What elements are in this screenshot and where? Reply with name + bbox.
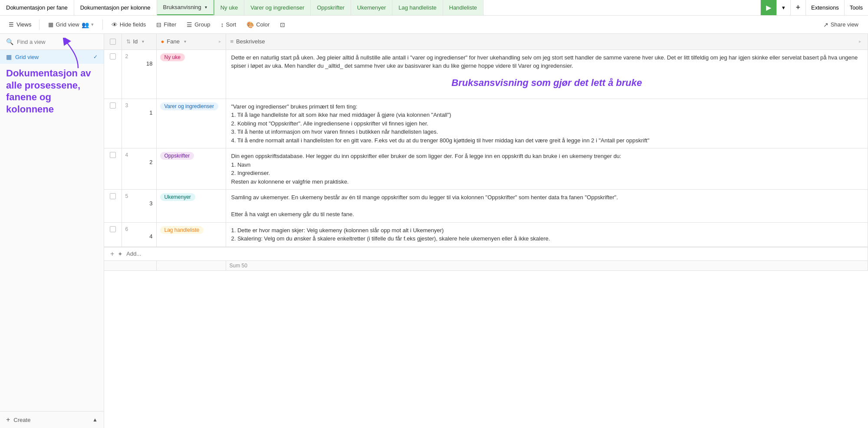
annotation-area: Dokumentasjon av alle prosessene, fanene… (0, 64, 104, 119)
row-checkbox[interactable] (110, 102, 116, 109)
filter-button[interactable]: ⊟ Filter (152, 19, 181, 30)
fane-col-expand-icon: ▸ (219, 39, 221, 44)
top-nav-right: ▶ ▾ + Extensions Tools (760, 0, 868, 15)
toolbar-divider-2 (102, 20, 103, 30)
chevron-up-icon: ▲ (92, 417, 98, 423)
main-layout: 🔍 ▦ Grid view ✓ Dokumentasjon av alle pr… (0, 34, 868, 428)
th-checkbox[interactable] (104, 34, 122, 49)
th-fane[interactable]: ● Fane ▾ ▸ (156, 34, 226, 49)
eye-icon: 👁 (112, 21, 118, 28)
sort-icon: ↕ (220, 21, 224, 28)
row-checkbox[interactable] (110, 193, 116, 199)
share-view-button[interactable]: ↗ Share view (819, 19, 863, 30)
nav-expand-button[interactable]: ▾ (776, 0, 790, 15)
tab-oppskrifter[interactable]: Oppskrifter (311, 0, 351, 15)
tab-varer-ingredienser[interactable]: Varer og ingredienser (244, 0, 311, 15)
toolbar: ☰ Views ▦ Grid view 👥 ▾ 👁 Hide fields ⊟ … (0, 16, 868, 34)
search-icon: 🔍 (6, 38, 13, 45)
expand-row-button[interactable]: ⊡ (276, 19, 289, 30)
tab-ukemenyer[interactable]: Ukemenyer (351, 0, 392, 15)
th-beskrivelse[interactable]: ≡ Beskrivelse ▸ (226, 34, 868, 49)
cell-fane-row5[interactable]: Ukemenyer (156, 190, 226, 223)
share-icon: ↗ (823, 21, 829, 28)
cell-beskrivelse-row4: Din egen oppskriftsdatabase. Her legger … (226, 148, 868, 190)
tab-lag-handleliste[interactable]: Lag handleliste (392, 0, 443, 15)
tab-ny-uke[interactable]: Ny uke (214, 0, 244, 15)
grid-area: ⇅ Id ▾ ● Fane ▾ ▸ (104, 34, 868, 428)
row-checkbox[interactable] (110, 53, 116, 59)
create-icon: + (6, 416, 10, 424)
bruksanvisning-heading: Bruksansvisning som gjør det lett å bruk… (231, 70, 863, 95)
badge-oppskrifter: Oppskrifter (160, 152, 194, 160)
sort-id-icon: ⇅ (126, 39, 131, 45)
tab-handleliste[interactable]: Handleliste (443, 0, 483, 15)
id-col-dropdown-icon: ▾ (142, 39, 144, 44)
nav-extensions-button[interactable]: Extensions (806, 0, 844, 15)
table-row: 4 2 Oppskrifter Din egen oppskriftsdatab… (104, 148, 868, 190)
nav-tools-button[interactable]: Tools (844, 0, 868, 15)
row-checkbox[interactable] (110, 226, 116, 232)
table-row: 6 4 Lag handleliste 1. Dette er hvor mag… (104, 222, 868, 247)
data-table: ⇅ Id ▾ ● Fane ▾ ▸ (104, 34, 868, 271)
cell-beskrivelse-row3: "Varer og ingredienser" brukes primært t… (226, 99, 868, 148)
th-id[interactable]: ⇅ Id ▾ (122, 34, 156, 49)
cell-beskrivelse-row2: Dette er en naturlig start på uken. Jeg … (226, 49, 868, 99)
fane-col-icon: ● (161, 38, 164, 45)
hide-fields-button[interactable]: 👁 Hide fields (107, 19, 151, 30)
badge-varer: Varer og ingredienser (160, 102, 219, 110)
beskrivelse-col-expand-icon: ▸ (859, 39, 861, 44)
tab-bruksanvisning[interactable]: Bruksanvisning ▾ (157, 0, 214, 15)
cell-beskrivelse-row5: Samling av ukemenyer. En ukemeny består … (226, 190, 868, 223)
cell-check-row5[interactable] (104, 190, 122, 223)
grid-view-button[interactable]: ▦ Grid view 👥 ▾ (44, 19, 98, 30)
badge-nyuke: Ny uke (160, 53, 185, 61)
cell-check-row3[interactable] (104, 99, 122, 148)
table-row: 3 1 Varer og ingredienser "Varer og ingr… (104, 99, 868, 148)
table-row: 2 18 Ny uke Dette er en naturlig start p… (104, 49, 868, 99)
sum-row: Sum 50 (104, 260, 868, 270)
grid-view-icon: ▦ (6, 53, 12, 60)
chevron-down-icon: ▾ (205, 5, 207, 10)
cell-fane-row4[interactable]: Oppskrifter (156, 148, 226, 190)
cell-check-row6[interactable] (104, 222, 122, 247)
color-button[interactable]: 🎨 Color (242, 19, 274, 30)
views-icon: ☰ (9, 21, 14, 28)
sort-button[interactable]: ↕ Sort (216, 19, 240, 30)
checkmark-icon: ✓ (93, 54, 98, 60)
toolbar-right: ↗ Share view (819, 19, 863, 30)
cell-check-row2[interactable] (104, 49, 122, 99)
tab-dokumentasjon-kolonne[interactable]: Dokumentasjon per kolonne (74, 0, 157, 15)
cell-id-row6: 6 4 (122, 222, 156, 247)
grid-icon: ▦ (48, 21, 53, 28)
cell-check-row4[interactable] (104, 148, 122, 190)
table-body: 2 18 Ny uke Dette er en naturlig start p… (104, 49, 868, 270)
sidebar: 🔍 ▦ Grid view ✓ Dokumentasjon av alle pr… (0, 34, 104, 428)
add-row[interactable]: + ✦ Add... (104, 247, 868, 260)
group-button[interactable]: ☰ Group (182, 19, 214, 30)
cell-fane-row2[interactable]: Ny uke (156, 49, 226, 99)
chevron-down-icon: ▾ (91, 22, 94, 27)
row-checkbox[interactable] (110, 152, 116, 158)
badge-lag: Lag handleliste (160, 226, 204, 234)
table-row: 5 3 Ukemenyer Samling av ukemenyer. En u… (104, 190, 868, 223)
top-nav: Dokumentasjon per fane Dokumentasjon per… (0, 0, 868, 16)
header-checkbox[interactable] (110, 39, 116, 45)
cell-id-row4: 4 2 (122, 148, 156, 190)
views-toggle[interactable]: ☰ Views (5, 21, 35, 28)
filter-icon: ⊟ (156, 21, 161, 28)
cell-id-row2: 2 18 (122, 49, 156, 99)
add-row-bar[interactable]: + ✦ Add... (104, 247, 868, 260)
plus-icon: + (110, 250, 114, 258)
toolbar-divider-1 (39, 20, 39, 30)
sidebar-create-button[interactable]: + Create ▲ (0, 411, 104, 428)
cell-fane-row6[interactable]: Lag handleliste (156, 222, 226, 247)
cell-id-row3: 3 1 (122, 99, 156, 148)
beskrivelse-col-icon: ≡ (230, 38, 234, 45)
nav-add-tab-button[interactable]: + (790, 0, 806, 15)
fane-col-dropdown-icon: ▾ (184, 39, 186, 44)
cell-fane-row3[interactable]: Varer og ingredienser (156, 99, 226, 148)
nav-play-button[interactable]: ▶ (760, 0, 776, 15)
group-icon: ☰ (187, 21, 192, 28)
cell-beskrivelse-row6: 1. Dette er hvor magien skjer: Velg ukem… (226, 222, 868, 247)
tab-dokumentasjon-fane[interactable]: Dokumentasjon per fane (0, 0, 74, 15)
